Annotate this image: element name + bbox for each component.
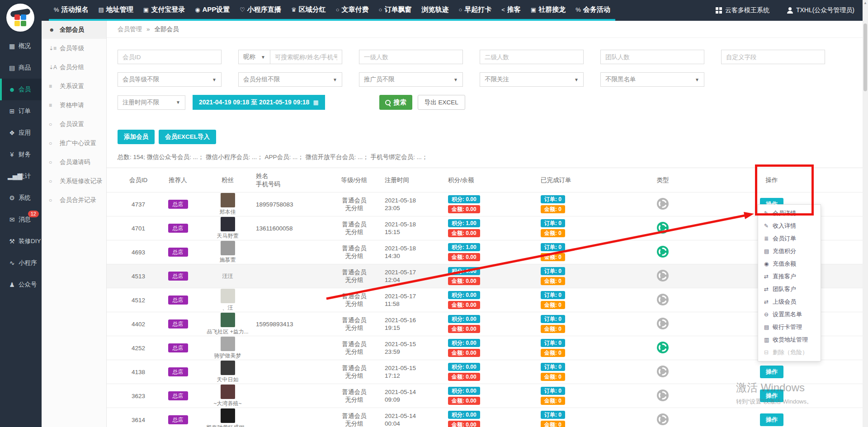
rail-item-0[interactable]: ▦概况 (0, 35, 42, 57)
member-level-select[interactable]: 会员等级不限▼ (118, 72, 222, 87)
nav-item-9[interactable]: ○早起打卡 (453, 0, 496, 21)
rail-item-7[interactable]: ⚙系统 (0, 187, 42, 209)
table-row-4138[interactable]: 4138总店天中日如普通会员无分组2021-05-1517:12积分: 0.00… (107, 360, 863, 384)
table-row-3623[interactable]: 3623总店~大湾养殖~普通会员无分组2021-05-1409:09积分: 0.… (107, 384, 863, 408)
date-range-button[interactable]: 2021-04-19 09:18 至 2021-05-19 09:18▦ (193, 95, 325, 110)
rail-item-8[interactable]: ✉消息12 (0, 209, 42, 230)
referrer-badge: 总店 (168, 200, 188, 209)
rail-item-6[interactable]: ▂▅▇统计 (0, 165, 42, 187)
submenu-item-0[interactable]: ☻全部会员 (42, 21, 106, 39)
nav-item-1[interactable]: ▤地址管理 (94, 0, 138, 21)
submenu-item-2[interactable]: ⇣A会员分组 (42, 58, 106, 77)
team-count-input[interactable] (600, 50, 704, 64)
action-menu-item-5[interactable]: ⇄直推客户 (758, 270, 821, 283)
nav-item-0[interactable]: %活动报名 (49, 0, 94, 21)
nav-item-4[interactable]: ♡小程序直播 (235, 0, 286, 21)
export-excel-button[interactable]: 导出 EXCEL (418, 95, 465, 110)
table-row-4512[interactable]: 4512总店、汪普通会员无分组2021-05-1711:58积分: 0.00金额… (107, 288, 863, 312)
submenu-item-6[interactable]: ○推广中心设置 (42, 134, 106, 153)
scrollbar[interactable]: ▲ (863, 0, 868, 427)
custom-field-input[interactable] (721, 50, 825, 64)
register-time-select[interactable]: 注册时间不限▼ (118, 95, 185, 110)
rail-item-9[interactable]: ⚒装修DIY (0, 230, 42, 252)
submenu-item-4[interactable]: ≡资格申请 (42, 96, 106, 115)
table-row-4252[interactable]: 4252总店骑驴做美梦普通会员无分组2021-05-1523:59积分: 0.0… (107, 336, 863, 360)
action-menu-item-7[interactable]: ⇄上级会员 (758, 296, 821, 308)
action-menu-item-4[interactable]: ◉充值余额 (758, 258, 821, 270)
nav-item-6[interactable]: ○文章付费 (331, 0, 374, 21)
row-action-button[interactable]: 操作 (760, 389, 783, 402)
action-menu-item-1[interactable]: ✎收入详情 (758, 220, 821, 232)
apple-icon: ◉ (195, 6, 200, 13)
member-group-select[interactable]: 会员分组不限▼ (238, 72, 342, 87)
table-row-4737[interactable]: 4737总店郑本佳18959758083普通会员无分组2021-05-1823:… (107, 192, 863, 216)
submenu-item-5[interactable]: ○会员设置 (42, 115, 106, 134)
chevron-down-icon: ▼ (574, 77, 579, 82)
submenu-item-8[interactable]: ○关系链修改记录 (42, 172, 106, 191)
referrer-cell: 总店 (156, 391, 199, 400)
promoter-select[interactable]: 推广员不限▼ (359, 72, 463, 87)
submenu-item-label: 会员等级 (60, 44, 84, 52)
nickname-type-select[interactable]: 昵称▼ (238, 50, 270, 64)
action-menu-item-9[interactable]: ▤银行卡管理 (758, 321, 821, 333)
nav-item-7[interactable]: ○订单飘窗 (374, 0, 417, 21)
rail-item-1[interactable]: ▤商品 (0, 57, 42, 79)
submenu-item-3[interactable]: ≡关系设置 (42, 77, 106, 96)
register-time-cell: 2021-05-1814:30 (385, 244, 448, 260)
blacklist-select[interactable]: 不限黑名单▼ (600, 72, 704, 87)
nav-item-8[interactable]: 浏览轨迹 (416, 0, 453, 21)
action-menu-item-6[interactable]: ⇄团队客户 (758, 283, 821, 296)
submenu-item-9[interactable]: ○会员合并记录 (42, 191, 106, 210)
nav-item-12[interactable]: %会务活动 (571, 0, 615, 21)
level2-count-input[interactable] (480, 50, 584, 64)
referrer-cell: 总店 (156, 343, 199, 352)
action-menu-item-10[interactable]: ▥收货地址管理 (758, 333, 821, 346)
table-row-4693[interactable]: 4693总店施慕萱普通会员无分组2021-05-1814:30积分: 1.00金… (107, 240, 863, 264)
rail-item-label: 公众号 (19, 281, 37, 289)
system-switcher[interactable]: 云客多模王系统 (716, 6, 769, 14)
table-row-3614[interactable]: 3614总店凯奔驰黄钰盛钢...普通会员无分组2021-05-1400:04积分… (107, 408, 863, 427)
member-id: 4252 (120, 345, 156, 352)
rail-item-10[interactable]: ∿小程序 (0, 252, 42, 274)
scrollbar-up-icon[interactable]: ▲ (863, 1, 868, 5)
rail-item-5[interactable]: ¥财务 (0, 144, 42, 165)
table-row-4513[interactable]: 4513总店汪汪普通会员无分组2021-05-1712:04积分: 0.00金额… (107, 264, 863, 288)
table-row-4701[interactable]: 4701总店天马野萱13611600058普通会员无分组2021-05-1815… (107, 216, 863, 240)
table-row-4402[interactable]: 4402总店品飞社区 +益力...15959893413普通会员无分组2021-… (107, 312, 863, 336)
submenu-item-7[interactable]: ○会员邀请码 (42, 153, 106, 172)
action-cell: 操作 (681, 366, 863, 378)
action-menu-item-2[interactable]: ≣会员订单 (758, 232, 821, 245)
breadcrumb-section[interactable]: 会员管理 (118, 26, 142, 33)
wechat-type-icon-gray (657, 294, 669, 305)
level1-count-input[interactable] (359, 50, 463, 64)
fan-cell: 天马野萱 (199, 217, 256, 240)
nav-item-10[interactable]: <推客 (496, 0, 526, 21)
excel-import-button[interactable]: 会员EXCEL导入 (159, 130, 216, 144)
member-id-input[interactable] (118, 50, 222, 64)
search-button[interactable]: 搜索 (379, 95, 412, 110)
type-cell (645, 389, 681, 403)
scrollbar-thumb[interactable] (863, 23, 867, 91)
referrer-badge: 总店 (168, 248, 188, 257)
action-menu-item-3[interactable]: ▤充值积分 (758, 245, 821, 258)
nav-item-label: 推客 (507, 5, 521, 14)
rail-item-11[interactable]: ♟公众号 (0, 274, 42, 296)
action-menu-item-8[interactable]: ⊖设置黑名单 (758, 308, 821, 321)
user-menu[interactable]: TXHL(公众号管理员) (787, 6, 854, 14)
nav-item-3[interactable]: ◉APP设置 (190, 0, 235, 21)
nav-item-2[interactable]: ▣支付宝登录 (138, 0, 190, 21)
nav-item-5[interactable]: ♛区域分红 (286, 0, 331, 21)
nav-item-11[interactable]: ▣社群接龙 (526, 0, 571, 21)
row-action-button[interactable]: 操作 (760, 366, 783, 378)
nickname-search-input[interactable] (270, 50, 342, 64)
rail-item-2[interactable]: ☻会员 (0, 79, 42, 100)
row-action-button[interactable]: 操作 (760, 413, 783, 426)
app-logo[interactable] (6, 4, 34, 32)
rail-item-3[interactable]: ⊞订单 (0, 100, 42, 122)
add-member-button[interactable]: 添加会员 (118, 130, 155, 144)
rail-item-4[interactable]: ❖应用 (0, 122, 42, 144)
action-menu-item-11[interactable]: ⊟删除（危险） (758, 346, 821, 359)
submenu-item-1[interactable]: ⇣≡会员等级 (42, 39, 106, 58)
follow-select[interactable]: 不限关注▼ (480, 72, 584, 87)
topbar-right: 云客多模王系统 TXHL(公众号管理员) (716, 0, 854, 21)
